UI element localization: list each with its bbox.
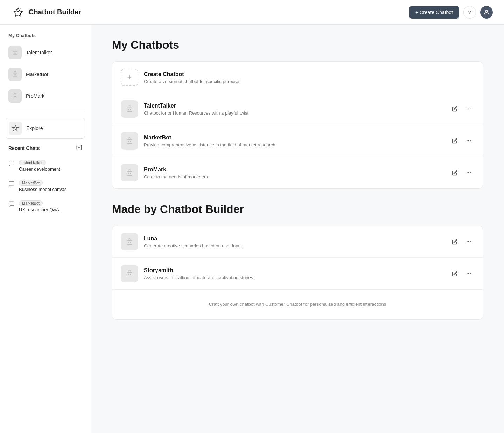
my-chatbot-card-market-bot: MarketBot Provide comprehensive assistan… (112, 125, 483, 157)
talent-talker-more-button[interactable] (463, 103, 474, 115)
svg-rect-30 (127, 240, 132, 244)
sidebar-item-market-bot[interactable]: MarketBot (6, 64, 85, 84)
market-bot-more-button[interactable] (463, 135, 474, 146)
my-chatbots-title: My Chatbots (112, 39, 483, 51)
svg-point-31 (128, 242, 129, 243)
chat-name-1: Career development (19, 166, 60, 172)
svg-rect-2 (13, 51, 17, 55)
help-button[interactable]: ? (463, 6, 476, 19)
svg-point-16 (468, 109, 469, 109)
chat-tag-2: MarketBot (19, 180, 43, 186)
svg-point-7 (16, 75, 16, 75)
svg-point-22 (468, 140, 469, 141)
made-by-title: Made by Chatbot Builder (112, 203, 483, 216)
svg-point-26 (130, 173, 131, 174)
talent-talker-sidebar-name: TalentTalker (26, 50, 52, 55)
svg-point-3 (14, 53, 15, 54)
luna-card-info: Luna Generate creative scenarios based o… (144, 235, 443, 248)
luna-card-desc: Generate creative scenarios based on use… (144, 243, 443, 248)
explore-icon (9, 122, 22, 135)
promark-edit-button[interactable] (449, 167, 460, 178)
create-chatbot-button[interactable]: + Create Chatbot (409, 6, 459, 19)
header-right: + Create Chatbot ? (409, 6, 493, 19)
svg-point-19 (128, 141, 129, 142)
svg-point-4 (16, 53, 16, 54)
talent-talker-card-info: TalentTalker Chatbot for or Human Resour… (144, 103, 443, 116)
storysmith-card-name: Storysmith (144, 267, 443, 274)
layout: My Chatbots TalentTalker MarketBot ProMa… (0, 25, 504, 433)
chat-item-ux-researcher[interactable]: MarketBot UX researcher Q&A (6, 197, 85, 216)
chat-name-3: UX researcher Q&A (19, 207, 59, 212)
svg-point-23 (470, 140, 470, 141)
promark-card-name: ProMark (144, 166, 443, 173)
create-card-name: Create Chatbot (144, 71, 474, 77)
logo-icon (11, 5, 25, 19)
svg-point-35 (470, 241, 470, 242)
market-bot-sidebar-name: MarketBot (26, 71, 48, 77)
chat-name-2: Business model canvas (19, 187, 67, 192)
svg-point-21 (467, 140, 467, 141)
promark-card-avatar (121, 164, 138, 181)
talent-talker-card-avatar (121, 100, 138, 118)
luna-more-button[interactable] (463, 236, 474, 247)
storysmith-card-actions (449, 268, 474, 279)
svg-rect-18 (127, 139, 132, 143)
chat-info-2: MarketBot Business model canvas (19, 180, 67, 192)
chat-bubble-icon-1 (8, 160, 15, 167)
svg-point-40 (468, 273, 469, 274)
svg-point-10 (16, 96, 16, 97)
svg-point-34 (468, 241, 469, 242)
sidebar-divider (6, 112, 85, 112)
svg-point-37 (128, 274, 129, 275)
header-left: Chatbot Builder (11, 5, 81, 19)
svg-point-1 (485, 10, 488, 12)
svg-point-32 (130, 242, 131, 243)
avatar-button[interactable] (480, 6, 493, 19)
sidebar-item-promark[interactable]: ProMark (6, 86, 85, 106)
svg-point-25 (128, 173, 129, 174)
explore-label: Explore (26, 125, 43, 131)
market-bot-card-actions (449, 135, 474, 146)
svg-point-15 (467, 109, 467, 109)
create-plus-icon: + (121, 69, 138, 86)
chat-bubble-icon-2 (8, 181, 15, 188)
svg-point-20 (130, 141, 131, 142)
luna-card-name: Luna (144, 235, 443, 242)
storysmith-edit-button[interactable] (449, 268, 460, 279)
luna-card-avatar (121, 233, 138, 250)
promark-more-button[interactable] (463, 167, 474, 178)
svg-point-41 (470, 273, 470, 274)
svg-rect-36 (127, 272, 132, 276)
promark-card-info: ProMark Cater to the needs of marketers (144, 166, 443, 179)
talent-talker-card-actions (449, 103, 474, 115)
svg-point-17 (470, 109, 470, 109)
chat-bubble-icon-3 (8, 201, 15, 208)
storysmith-card-avatar (121, 265, 138, 282)
main-content: My Chatbots + Create Chatbot Create a ve… (91, 25, 504, 433)
made-by-card-luna: Luna Generate creative scenarios based o… (112, 226, 483, 258)
sidebar-item-talent-talker[interactable]: TalentTalker (6, 42, 85, 63)
svg-rect-8 (13, 95, 17, 98)
new-chat-icon[interactable] (76, 144, 82, 152)
svg-rect-5 (13, 73, 17, 76)
market-bot-card-name: MarketBot (144, 135, 443, 141)
chat-item-career-development[interactable]: TalentTalker Career development (6, 156, 85, 175)
made-by-card-storysmith: Storysmith Assist users in crafting intr… (112, 258, 483, 290)
promark-sidebar-name: ProMark (26, 93, 44, 99)
my-chatbot-card-talent-talker: TalentTalker Chatbot for or Human Resour… (112, 93, 483, 125)
storysmith-card-info: Storysmith Assist users in crafting intr… (144, 267, 443, 280)
luna-edit-button[interactable] (449, 236, 460, 247)
create-chatbot-card[interactable]: + Create Chatbot Create a version of cha… (112, 62, 483, 93)
svg-point-33 (467, 241, 467, 242)
chat-tag-3: MarketBot (19, 200, 43, 206)
chat-item-business-model[interactable]: MarketBot Business model canvas (6, 177, 85, 195)
promark-card-desc: Cater to the needs of marketers (144, 174, 443, 179)
talent-talker-edit-button[interactable] (449, 103, 460, 115)
svg-point-29 (470, 172, 470, 173)
storysmith-card-desc: Assist users in crafting intricate and c… (144, 275, 443, 280)
storysmith-more-button[interactable] (463, 268, 474, 279)
svg-point-14 (130, 109, 131, 110)
sidebar-item-explore[interactable]: Explore (6, 118, 85, 139)
talent-talker-card-name: TalentTalker (144, 103, 443, 109)
market-bot-edit-button[interactable] (449, 135, 460, 146)
